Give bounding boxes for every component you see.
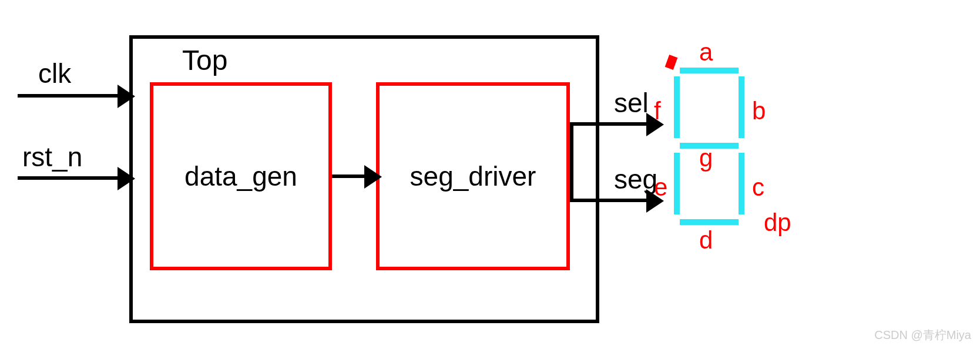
seven-segment-display: a b c d e f g dp	[667, 56, 784, 261]
sel-arrow-vline	[570, 122, 573, 161]
data-gen-module: data_gen	[150, 82, 332, 270]
segment-e-bar	[674, 153, 680, 214]
segment-dp-bar	[665, 55, 678, 70]
clk-arrow-head	[118, 85, 135, 108]
segment-a-label: a	[699, 38, 713, 66]
segment-a-bar	[680, 68, 739, 73]
segment-f-label: f	[654, 97, 661, 125]
sel-arrow-line	[570, 122, 652, 126]
mid-arrow-head	[364, 165, 382, 189]
data-gen-label: data_gen	[184, 160, 297, 192]
diagram-canvas: Top data_gen seg_driver clk rst_n sel se…	[0, 0, 980, 349]
segment-b-bar	[739, 76, 744, 138]
watermark-text: CSDN @青柠Miya	[874, 327, 971, 343]
seg-driver-module: seg_driver	[376, 82, 570, 270]
segment-dp-label: dp	[764, 209, 791, 237]
segment-c-bar	[739, 153, 744, 214]
rst-arrow-line	[18, 176, 129, 180]
clk-input-label: clk	[38, 58, 71, 89]
rst-arrow-head	[118, 167, 135, 190]
segment-d-label: d	[699, 226, 713, 254]
seg-driver-label: seg_driver	[410, 160, 536, 192]
segment-b-label: b	[752, 97, 766, 125]
segment-e-label: e	[654, 173, 667, 202]
seg-arrow-line	[570, 199, 652, 202]
rst-input-label: rst_n	[22, 141, 82, 173]
seg-arrow-vline	[570, 159, 573, 202]
sel-output-label: sel	[614, 87, 649, 119]
segment-c-label: c	[752, 173, 764, 202]
clk-arrow-line	[18, 94, 129, 98]
segment-d-bar	[680, 219, 739, 225]
segment-f-bar	[674, 76, 680, 138]
segment-g-label: g	[699, 144, 713, 172]
